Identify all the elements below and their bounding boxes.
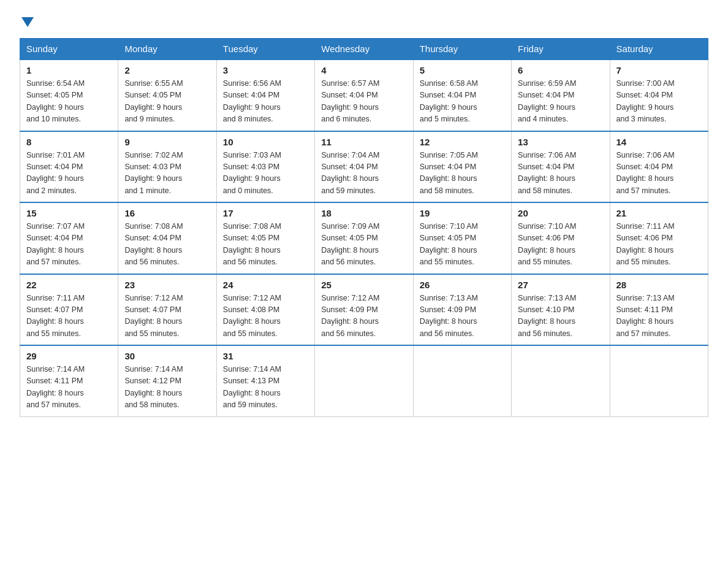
day-number: 15: [26, 208, 112, 218]
calendar-cell: 30Sunrise: 7:14 AMSunset: 4:12 PMDayligh…: [118, 345, 216, 416]
calendar-cell: 9Sunrise: 7:02 AMSunset: 4:03 PMDaylight…: [118, 131, 216, 203]
day-info: Sunrise: 6:58 AMSunset: 4:04 PMDaylight:…: [420, 78, 505, 126]
day-info: Sunrise: 7:13 AMSunset: 4:10 PMDaylight:…: [518, 293, 603, 340]
day-info: Sunrise: 6:56 AMSunset: 4:04 PMDaylight:…: [223, 78, 308, 126]
calendar-cell: [512, 345, 610, 416]
day-info: Sunrise: 7:00 AMSunset: 4:04 PMDaylight:…: [616, 78, 702, 126]
calendar-cell: 19Sunrise: 7:10 AMSunset: 4:05 PMDayligh…: [413, 202, 511, 274]
day-info: Sunrise: 7:12 AMSunset: 4:08 PMDaylight:…: [223, 293, 308, 340]
day-info: Sunrise: 7:11 AMSunset: 4:06 PMDaylight:…: [616, 221, 702, 269]
weekday-header-monday: Monday: [118, 39, 216, 60]
weekday-header-tuesday: Tuesday: [216, 39, 314, 60]
day-info: Sunrise: 7:06 AMSunset: 4:04 PMDaylight:…: [616, 150, 702, 197]
day-number: 13: [518, 137, 603, 147]
day-info: Sunrise: 7:10 AMSunset: 4:05 PMDaylight:…: [420, 221, 505, 269]
calendar-cell: 4Sunrise: 6:57 AMSunset: 4:04 PMDaylight…: [315, 59, 413, 131]
day-number: 9: [124, 137, 210, 147]
day-number: 24: [223, 280, 308, 290]
day-info: Sunrise: 7:07 AMSunset: 4:04 PMDaylight:…: [26, 221, 112, 269]
calendar-cell: 31Sunrise: 7:14 AMSunset: 4:13 PMDayligh…: [216, 345, 314, 416]
calendar-cell: 8Sunrise: 7:01 AMSunset: 4:04 PMDaylight…: [20, 131, 118, 203]
calendar-cell: 29Sunrise: 7:14 AMSunset: 4:11 PMDayligh…: [20, 345, 118, 416]
weekday-header-thursday: Thursday: [413, 39, 511, 60]
day-info: Sunrise: 7:09 AMSunset: 4:05 PMDaylight:…: [321, 221, 406, 269]
calendar-cell: 11Sunrise: 7:04 AMSunset: 4:04 PMDayligh…: [315, 131, 413, 203]
day-info: Sunrise: 7:06 AMSunset: 4:04 PMDaylight:…: [518, 150, 603, 197]
calendar-cell: 10Sunrise: 7:03 AMSunset: 4:03 PMDayligh…: [216, 131, 314, 203]
day-number: 12: [420, 137, 505, 147]
day-number: 5: [420, 65, 505, 75]
day-info: Sunrise: 7:02 AMSunset: 4:03 PMDaylight:…: [124, 150, 210, 197]
day-number: 23: [124, 280, 210, 290]
calendar-cell: 22Sunrise: 7:11 AMSunset: 4:07 PMDayligh…: [20, 274, 118, 346]
weekday-header-wednesday: Wednesday: [315, 39, 413, 60]
day-number: 8: [26, 137, 112, 147]
calendar-week-1: 1Sunrise: 6:54 AMSunset: 4:05 PMDaylight…: [20, 59, 708, 131]
calendar-week-5: 29Sunrise: 7:14 AMSunset: 4:11 PMDayligh…: [20, 345, 708, 416]
day-number: 31: [223, 351, 308, 361]
calendar-cell: 5Sunrise: 6:58 AMSunset: 4:04 PMDaylight…: [413, 59, 511, 131]
day-number: 17: [223, 208, 308, 218]
day-info: Sunrise: 6:59 AMSunset: 4:04 PMDaylight:…: [518, 78, 603, 126]
day-number: 10: [223, 137, 308, 147]
day-info: Sunrise: 7:08 AMSunset: 4:05 PMDaylight:…: [223, 221, 308, 269]
calendar-table: SundayMondayTuesdayWednesdayThursdayFrid…: [20, 38, 708, 417]
weekday-header-saturday: Saturday: [610, 39, 708, 60]
calendar-cell: 27Sunrise: 7:13 AMSunset: 4:10 PMDayligh…: [512, 274, 610, 346]
calendar-cell: [413, 345, 511, 416]
calendar-cell: 20Sunrise: 7:10 AMSunset: 4:06 PMDayligh…: [512, 202, 610, 274]
day-number: 14: [616, 137, 702, 147]
calendar-cell: 3Sunrise: 6:56 AMSunset: 4:04 PMDaylight…: [216, 59, 314, 131]
day-info: Sunrise: 7:05 AMSunset: 4:04 PMDaylight:…: [420, 150, 505, 197]
day-info: Sunrise: 7:04 AMSunset: 4:04 PMDaylight:…: [321, 150, 406, 197]
calendar-cell: 26Sunrise: 7:13 AMSunset: 4:09 PMDayligh…: [413, 274, 511, 346]
day-info: Sunrise: 6:57 AMSunset: 4:04 PMDaylight:…: [321, 78, 406, 126]
calendar-cell: 17Sunrise: 7:08 AMSunset: 4:05 PMDayligh…: [216, 202, 314, 274]
calendar-cell: [315, 345, 413, 416]
calendar-body: 1Sunrise: 6:54 AMSunset: 4:05 PMDaylight…: [20, 59, 708, 416]
logo-triangle-icon: [21, 17, 34, 27]
day-number: 30: [124, 351, 210, 361]
day-number: 16: [124, 208, 210, 218]
day-info: Sunrise: 7:13 AMSunset: 4:09 PMDaylight:…: [420, 293, 505, 340]
day-number: 29: [26, 351, 112, 361]
day-info: Sunrise: 7:12 AMSunset: 4:07 PMDaylight:…: [124, 293, 210, 340]
day-number: 18: [321, 208, 406, 218]
day-number: 1: [26, 65, 112, 75]
day-info: Sunrise: 7:10 AMSunset: 4:06 PMDaylight:…: [518, 221, 603, 269]
calendar-cell: 25Sunrise: 7:12 AMSunset: 4:09 PMDayligh…: [315, 274, 413, 346]
day-info: Sunrise: 7:03 AMSunset: 4:03 PMDaylight:…: [223, 150, 308, 197]
calendar-week-2: 8Sunrise: 7:01 AMSunset: 4:04 PMDaylight…: [20, 131, 708, 203]
day-number: 25: [321, 280, 406, 290]
day-number: 27: [518, 280, 603, 290]
day-info: Sunrise: 7:01 AMSunset: 4:04 PMDaylight:…: [26, 150, 112, 197]
calendar-header: SundayMondayTuesdayWednesdayThursdayFrid…: [20, 39, 708, 60]
calendar-cell: 16Sunrise: 7:08 AMSunset: 4:04 PMDayligh…: [118, 202, 216, 274]
calendar-cell: 7Sunrise: 7:00 AMSunset: 4:04 PMDaylight…: [610, 59, 708, 131]
day-number: 21: [616, 208, 702, 218]
calendar-cell: 1Sunrise: 6:54 AMSunset: 4:05 PMDaylight…: [20, 59, 118, 131]
calendar-cell: 14Sunrise: 7:06 AMSunset: 4:04 PMDayligh…: [610, 131, 708, 203]
calendar-cell: 21Sunrise: 7:11 AMSunset: 4:06 PMDayligh…: [610, 202, 708, 274]
calendar-cell: 6Sunrise: 6:59 AMSunset: 4:04 PMDaylight…: [512, 59, 610, 131]
calendar-cell: 24Sunrise: 7:12 AMSunset: 4:08 PMDayligh…: [216, 274, 314, 346]
day-info: Sunrise: 7:08 AMSunset: 4:04 PMDaylight:…: [124, 221, 210, 269]
calendar-cell: 13Sunrise: 7:06 AMSunset: 4:04 PMDayligh…: [512, 131, 610, 203]
day-number: 7: [616, 65, 702, 75]
calendar-cell: 15Sunrise: 7:07 AMSunset: 4:04 PMDayligh…: [20, 202, 118, 274]
weekday-header-sunday: Sunday: [20, 39, 118, 60]
day-info: Sunrise: 7:12 AMSunset: 4:09 PMDaylight:…: [321, 293, 406, 340]
day-info: Sunrise: 7:14 AMSunset: 4:11 PMDaylight:…: [26, 364, 112, 412]
weekday-header-friday: Friday: [512, 39, 610, 60]
day-number: 3: [223, 65, 308, 75]
day-info: Sunrise: 6:54 AMSunset: 4:05 PMDaylight:…: [26, 78, 112, 126]
day-number: 6: [518, 65, 603, 75]
calendar-cell: 23Sunrise: 7:12 AMSunset: 4:07 PMDayligh…: [118, 274, 216, 346]
calendar-cell: 2Sunrise: 6:55 AMSunset: 4:05 PMDaylight…: [118, 59, 216, 131]
calendar-cell: 12Sunrise: 7:05 AMSunset: 4:04 PMDayligh…: [413, 131, 511, 203]
day-number: 2: [124, 65, 210, 75]
calendar-cell: [610, 345, 708, 416]
calendar-week-3: 15Sunrise: 7:07 AMSunset: 4:04 PMDayligh…: [20, 202, 708, 274]
day-info: Sunrise: 7:14 AMSunset: 4:13 PMDaylight:…: [223, 364, 308, 412]
day-number: 11: [321, 137, 406, 147]
